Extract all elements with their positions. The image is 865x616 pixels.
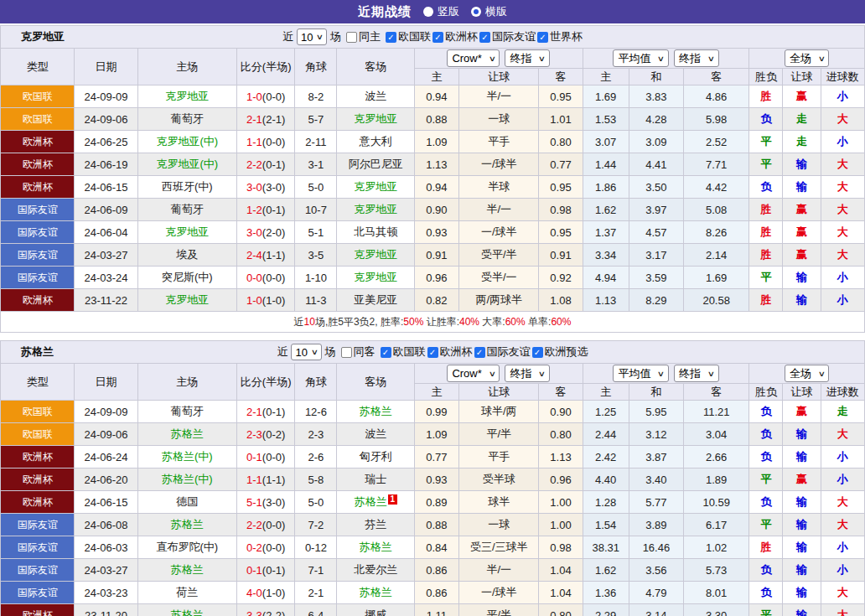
- league-filter[interactable]: ✓欧洲预选: [532, 344, 588, 360]
- average-time-select[interactable]: 终指∨: [674, 49, 719, 67]
- scope-select[interactable]: 全场∨: [785, 365, 830, 382]
- radio-vertical-layout[interactable]: 竖版: [423, 4, 459, 19]
- result-goals: 小: [821, 85, 864, 108]
- away-team-link[interactable]: 瑞士: [365, 473, 386, 485]
- home-team-link[interactable]: 德国: [176, 495, 198, 508]
- home-team-link[interactable]: 直布罗陀(中): [156, 541, 218, 553]
- odds-time-select[interactable]: 终指∨: [505, 365, 550, 382]
- away-team-link[interactable]: 克罗地亚: [354, 248, 397, 261]
- away-team-link[interactable]: 克罗地亚: [354, 180, 397, 193]
- league-filter[interactable]: ✓国际友谊: [474, 344, 531, 360]
- away-team-link[interactable]: 苏格兰: [360, 586, 392, 598]
- result-goals: 大: [821, 199, 864, 221]
- checkbox-checked-icon[interactable]: ✓: [381, 347, 391, 358]
- away-team-link[interactable]: 波兰: [365, 90, 386, 102]
- radio-unselected-icon[interactable]: [423, 7, 433, 17]
- league-filter[interactable]: ✓欧洲杯: [432, 29, 478, 44]
- checkbox-checked-icon[interactable]: ✓: [386, 32, 396, 43]
- match-date: 23-11-20: [75, 604, 137, 616]
- checkbox-checked-icon[interactable]: ✓: [432, 32, 443, 43]
- match-count-select[interactable]: 10 ∨: [297, 28, 327, 45]
- away-team-link[interactable]: 阿尔巴尼亚: [349, 158, 403, 170]
- home-team-link[interactable]: 葡萄牙: [171, 405, 204, 417]
- away-team-link[interactable]: 北爱尔兰: [354, 563, 397, 576]
- away-team-link[interactable]: 挪威: [365, 608, 386, 616]
- away-team-link[interactable]: 波兰: [365, 427, 386, 440]
- home-team-link[interactable]: 突尼斯(中): [162, 271, 213, 283]
- radio-selected-icon[interactable]: [471, 7, 481, 17]
- col-corner: 角球: [295, 364, 337, 401]
- checkbox-checked-icon[interactable]: ✓: [479, 32, 490, 43]
- bookmaker-select[interactable]: Crow*∨: [447, 365, 500, 382]
- checkbox-checked-icon[interactable]: ✓: [427, 347, 438, 358]
- checkbox-checked-icon[interactable]: ✓: [537, 32, 548, 43]
- home-team-link[interactable]: 克罗地亚(中): [156, 158, 218, 170]
- league-filter[interactable]: ✓欧国联: [386, 29, 431, 44]
- halftime-score: (0-1): [262, 564, 285, 577]
- home-team-link[interactable]: 克罗地亚: [165, 90, 209, 102]
- away-team-link[interactable]: 意大利: [360, 135, 392, 148]
- away-team-link[interactable]: 克罗地亚: [354, 203, 397, 215]
- home-team-link[interactable]: 苏格兰: [171, 518, 204, 531]
- home-team-link[interactable]: 苏格兰: [171, 563, 204, 576]
- home-team-link[interactable]: 克罗地亚: [165, 293, 209, 306]
- away-team-cell: 北爱尔兰: [337, 559, 414, 582]
- checkbox-unchecked-icon[interactable]: [346, 32, 357, 43]
- bookmaker-select[interactable]: Crow*∨: [447, 49, 500, 67]
- league-filter[interactable]: ✓国际友谊: [479, 29, 536, 44]
- odds-time-select[interactable]: 终指∨: [505, 49, 550, 67]
- average-time-select[interactable]: 终指∨: [674, 365, 719, 382]
- same-away-filter[interactable]: 同客: [341, 344, 376, 360]
- match-score: 2-1(0-1): [237, 401, 295, 423]
- home-team-link[interactable]: 克罗地亚(中): [156, 135, 218, 148]
- away-team-link[interactable]: 苏格兰: [360, 405, 392, 417]
- radio-horizontal-layout[interactable]: 横版: [471, 4, 507, 19]
- same-home-filter[interactable]: 同主: [346, 29, 381, 44]
- result-outcome: 负: [749, 491, 783, 514]
- col-score: 比分(半场): [237, 364, 295, 401]
- league-filter-label: 世界杯: [550, 29, 583, 44]
- home-team-link[interactable]: 苏格兰(中): [162, 450, 213, 463]
- odds-away: 1.04: [539, 582, 583, 604]
- checkbox-checked-icon[interactable]: ✓: [532, 347, 543, 358]
- average-select[interactable]: 平均值∨: [613, 365, 669, 382]
- home-team-link[interactable]: 葡萄牙: [171, 203, 204, 215]
- red-card-badge: 1: [388, 494, 397, 505]
- odds-handicap: 一/球半: [459, 221, 539, 244]
- odds-time-value: 终指: [510, 366, 531, 381]
- scope-select[interactable]: 全场∨: [785, 49, 830, 67]
- away-team-link[interactable]: 克罗地亚: [354, 112, 397, 125]
- away-team-link[interactable]: 苏格兰: [360, 541, 392, 553]
- average-select[interactable]: 平均值∨: [613, 49, 669, 67]
- match-score: 2-2(0-1): [237, 153, 295, 176]
- home-team-link[interactable]: 克罗地亚: [165, 225, 209, 238]
- summary-segment: 10: [304, 316, 315, 328]
- away-team-link[interactable]: 匈牙利: [360, 450, 392, 463]
- checkbox-unchecked-icon[interactable]: [341, 347, 352, 358]
- home-team-link[interactable]: 埃及: [176, 248, 198, 261]
- subcol-avg-away: 客: [684, 384, 749, 401]
- checkbox-checked-icon[interactable]: ✓: [474, 347, 485, 358]
- home-team-link[interactable]: 苏格兰(中): [162, 473, 213, 485]
- away-team-link[interactable]: 芬兰: [365, 518, 386, 531]
- league-filter[interactable]: ✓欧国联: [381, 344, 426, 360]
- league-filter[interactable]: ✓世界杯: [537, 29, 583, 44]
- league-badge: 国际友谊: [1, 244, 75, 267]
- home-team-link[interactable]: 苏格兰: [171, 608, 204, 616]
- corner-score: 5-8: [295, 468, 337, 491]
- subcol-handicap-result: 让球: [783, 384, 821, 401]
- away-team-link[interactable]: 克罗地亚: [354, 271, 397, 283]
- league-filter[interactable]: ✓欧洲杯: [427, 344, 473, 360]
- home-team-link[interactable]: 苏格兰: [171, 427, 204, 440]
- away-team-link[interactable]: 北马其顿: [354, 225, 397, 238]
- match-count-select[interactable]: 10 ∨: [291, 344, 321, 360]
- home-team-link[interactable]: 荷兰: [176, 586, 198, 598]
- league-filter-label: 国际友谊: [492, 29, 536, 44]
- league-badge: 欧国联: [1, 85, 75, 108]
- home-team-link[interactable]: 葡萄牙: [171, 112, 204, 125]
- away-team-link[interactable]: 亚美尼亚: [354, 293, 397, 306]
- match-row: 欧国联24-09-06苏格兰2-3(0-2)2-3波兰1.09平/半0.802.…: [1, 423, 865, 446]
- match-score: 0-1(0-1): [237, 559, 295, 582]
- away-team-link[interactable]: 苏格兰: [355, 495, 387, 508]
- home-team-link[interactable]: 西班牙(中): [162, 180, 213, 193]
